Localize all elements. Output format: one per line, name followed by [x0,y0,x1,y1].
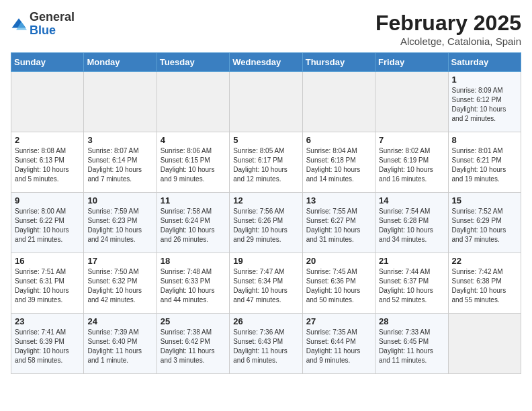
day-info: Sunrise: 7:51 AM Sunset: 6:31 PM Dayligh… [15,267,80,305]
logo-text: General Blue [30,11,75,38]
title-block: February 2025 Alcoletge, Catalonia, Spai… [375,11,521,47]
weekday-header: Wednesday [230,53,302,72]
calendar-cell: 6Sunrise: 8:04 AM Sunset: 6:18 PM Daylig… [302,132,375,193]
calendar-cell [448,314,521,374]
day-number: 23 [15,316,80,326]
day-info: Sunrise: 7:48 AM Sunset: 6:33 PM Dayligh… [161,267,226,305]
day-number: 18 [161,256,226,266]
day-info: Sunrise: 7:41 AM Sunset: 6:39 PM Dayligh… [15,328,80,365]
day-number: 10 [87,195,152,205]
day-number: 28 [379,316,444,326]
page-header: General Blue February 2025 Alcoletge, Ca… [11,11,521,47]
weekday-header: Monday [84,53,157,72]
calendar-cell: 9Sunrise: 8:00 AM Sunset: 6:22 PM Daylig… [11,193,84,253]
calendar-cell [230,72,302,132]
day-info: Sunrise: 7:35 AM Sunset: 6:44 PM Dayligh… [306,328,371,365]
logo-blue: Blue [30,24,56,37]
day-info: Sunrise: 7:54 AM Sunset: 6:28 PM Dayligh… [379,207,444,244]
calendar-cell: 14Sunrise: 7:54 AM Sunset: 6:28 PM Dayli… [375,193,448,253]
day-number: 19 [233,256,298,266]
month-title: February 2025 [375,11,521,36]
calendar-cell: 23Sunrise: 7:41 AM Sunset: 6:39 PM Dayli… [11,314,84,374]
day-number: 3 [87,135,152,145]
calendar-cell: 18Sunrise: 7:48 AM Sunset: 6:33 PM Dayli… [157,253,229,314]
weekday-header: Sunday [11,53,84,72]
day-number: 13 [306,195,371,205]
day-number: 14 [379,195,444,205]
day-number: 21 [379,256,444,266]
day-number: 15 [452,195,517,205]
day-info: Sunrise: 8:00 AM Sunset: 6:22 PM Dayligh… [15,207,80,244]
calendar-week-row: 1Sunrise: 8:09 AM Sunset: 6:12 PM Daylig… [11,72,521,132]
day-info: Sunrise: 7:59 AM Sunset: 6:23 PM Dayligh… [87,207,152,244]
day-number: 9 [15,195,80,205]
weekday-header: Saturday [448,53,521,72]
day-info: Sunrise: 8:06 AM Sunset: 6:15 PM Dayligh… [161,146,226,184]
weekday-header: Thursday [302,53,375,72]
logo: General Blue [11,11,75,38]
calendar-cell [302,72,375,132]
day-info: Sunrise: 7:58 AM Sunset: 6:24 PM Dayligh… [161,207,226,244]
day-info: Sunrise: 7:52 AM Sunset: 6:29 PM Dayligh… [452,207,517,244]
calendar-cell: 20Sunrise: 7:45 AM Sunset: 6:36 PM Dayli… [302,253,375,314]
day-info: Sunrise: 7:44 AM Sunset: 6:37 PM Dayligh… [379,267,444,305]
day-number: 16 [15,256,80,266]
day-number: 11 [161,195,226,205]
day-number: 4 [161,135,226,145]
calendar-cell [375,72,448,132]
day-number: 5 [233,135,298,145]
day-info: Sunrise: 7:36 AM Sunset: 6:43 PM Dayligh… [233,328,298,365]
day-info: Sunrise: 7:45 AM Sunset: 6:36 PM Dayligh… [306,267,371,305]
weekday-header-row: SundayMondayTuesdayWednesdayThursdayFrid… [11,53,521,72]
day-number: 12 [233,195,298,205]
day-number: 26 [233,316,298,326]
calendar-cell: 8Sunrise: 8:01 AM Sunset: 6:21 PM Daylig… [448,132,521,193]
calendar-week-row: 2Sunrise: 8:08 AM Sunset: 6:13 PM Daylig… [11,132,521,193]
calendar-cell: 4Sunrise: 8:06 AM Sunset: 6:15 PM Daylig… [157,132,229,193]
day-info: Sunrise: 7:50 AM Sunset: 6:32 PM Dayligh… [87,267,152,305]
calendar-cell: 10Sunrise: 7:59 AM Sunset: 6:23 PM Dayli… [84,193,157,253]
day-number: 20 [306,256,371,266]
day-info: Sunrise: 8:04 AM Sunset: 6:18 PM Dayligh… [306,146,371,184]
calendar-cell: 7Sunrise: 8:02 AM Sunset: 6:19 PM Daylig… [375,132,448,193]
day-number: 2 [15,135,80,145]
calendar-table: SundayMondayTuesdayWednesdayThursdayFrid… [11,52,521,374]
day-info: Sunrise: 8:08 AM Sunset: 6:13 PM Dayligh… [15,146,80,184]
day-number: 24 [87,316,152,326]
calendar-cell: 3Sunrise: 8:07 AM Sunset: 6:14 PM Daylig… [84,132,157,193]
calendar-cell: 27Sunrise: 7:35 AM Sunset: 6:44 PM Dayli… [302,314,375,374]
day-number: 7 [379,135,444,145]
logo-icon [11,16,27,32]
day-info: Sunrise: 7:56 AM Sunset: 6:26 PM Dayligh… [233,207,298,244]
calendar-cell [157,72,229,132]
calendar-cell: 15Sunrise: 7:52 AM Sunset: 6:29 PM Dayli… [448,193,521,253]
calendar-cell: 11Sunrise: 7:58 AM Sunset: 6:24 PM Dayli… [157,193,229,253]
day-info: Sunrise: 8:07 AM Sunset: 6:14 PM Dayligh… [87,146,152,184]
calendar-cell: 5Sunrise: 8:05 AM Sunset: 6:17 PM Daylig… [230,132,302,193]
day-info: Sunrise: 7:38 AM Sunset: 6:42 PM Dayligh… [161,328,226,365]
calendar-cell: 16Sunrise: 7:51 AM Sunset: 6:31 PM Dayli… [11,253,84,314]
calendar-cell: 22Sunrise: 7:42 AM Sunset: 6:38 PM Dayli… [448,253,521,314]
calendar-cell [11,72,84,132]
day-info: Sunrise: 8:02 AM Sunset: 6:19 PM Dayligh… [379,146,444,184]
calendar-cell: 2Sunrise: 8:08 AM Sunset: 6:13 PM Daylig… [11,132,84,193]
day-number: 27 [306,316,371,326]
day-number: 17 [87,256,152,266]
logo-general: General [30,10,75,24]
calendar-cell: 17Sunrise: 7:50 AM Sunset: 6:32 PM Dayli… [84,253,157,314]
location: Alcoletge, Catalonia, Spain [375,36,521,47]
calendar-cell: 12Sunrise: 7:56 AM Sunset: 6:26 PM Dayli… [230,193,302,253]
calendar-cell: 19Sunrise: 7:47 AM Sunset: 6:34 PM Dayli… [230,253,302,314]
day-info: Sunrise: 7:47 AM Sunset: 6:34 PM Dayligh… [233,267,298,305]
day-number: 1 [452,75,517,85]
day-number: 25 [161,316,226,326]
calendar-week-row: 16Sunrise: 7:51 AM Sunset: 6:31 PM Dayli… [11,253,521,314]
calendar-cell: 21Sunrise: 7:44 AM Sunset: 6:37 PM Dayli… [375,253,448,314]
calendar-cell: 1Sunrise: 8:09 AM Sunset: 6:12 PM Daylig… [448,72,521,132]
calendar-week-row: 23Sunrise: 7:41 AM Sunset: 6:39 PM Dayli… [11,314,521,374]
day-number: 22 [452,256,517,266]
day-number: 8 [452,135,517,145]
day-number: 6 [306,135,371,145]
day-info: Sunrise: 7:42 AM Sunset: 6:38 PM Dayligh… [452,267,517,305]
calendar-cell: 26Sunrise: 7:36 AM Sunset: 6:43 PM Dayli… [230,314,302,374]
